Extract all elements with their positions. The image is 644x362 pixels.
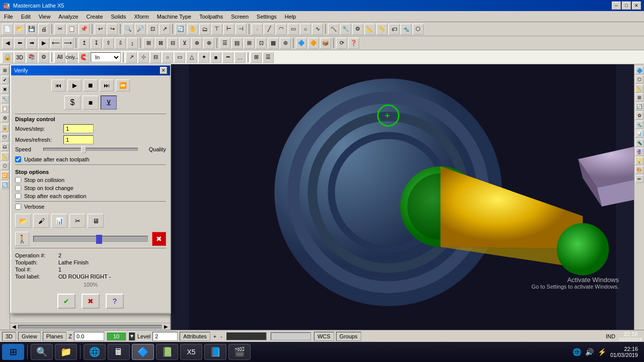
stop-after-op-checkbox[interactable] <box>15 193 21 199</box>
stop-collision-checkbox[interactable] <box>15 177 21 183</box>
menu-help[interactable]: Help <box>281 11 300 22</box>
op-btn-24[interactable]: 🔷 <box>296 38 307 49</box>
tool-btn-6[interactable]: 🏷 <box>388 24 399 35</box>
display-solid-icon[interactable]: ■ <box>83 96 99 110</box>
copy-button[interactable]: 📋 <box>66 24 77 35</box>
menu-file[interactable]: File <box>0 11 17 22</box>
op-btn-10[interactable]: ⇩ <box>115 38 126 49</box>
person-slider-thumb[interactable] <box>96 235 102 244</box>
3d-icon[interactable]: 3D <box>14 52 25 63</box>
status-planes[interactable]: Planes <box>43 332 67 341</box>
paste-button[interactable]: 📌 <box>78 24 90 35</box>
help-button[interactable]: ❓ <box>348 38 359 49</box>
op-btn-23[interactable]: ⊛ <box>280 38 291 49</box>
op-btn-4[interactable]: ▶ <box>38 38 49 49</box>
folder-action-icon[interactable]: 📂 <box>15 214 31 228</box>
sidebar-icon-13[interactable]: 🔃 <box>1 181 9 189</box>
rotate-button[interactable]: 🔄 <box>175 24 186 35</box>
person-slider[interactable] <box>33 236 148 242</box>
step-forward-button[interactable]: ⏭ <box>100 79 114 92</box>
op-btn-2[interactable]: ⬅ <box>14 38 25 49</box>
grid-snap-btn[interactable]: ⊟ <box>150 52 161 63</box>
tray-power-icon[interactable]: ⚡ <box>598 348 606 356</box>
fast-forward-button[interactable]: ⏩ <box>116 79 130 92</box>
tool-btn-3[interactable]: ⚙ <box>352 24 363 35</box>
tool-btn-1[interactable]: 🔨 <box>328 24 339 35</box>
redo-button[interactable]: ↪ <box>107 24 118 35</box>
fit-button[interactable]: ⊡ <box>147 24 158 35</box>
regen-all-button[interactable]: ⟳ <box>336 38 347 49</box>
rectangle-button[interactable]: ▭ <box>288 24 299 35</box>
sidebar-icon-12[interactable]: 🔁 <box>1 171 9 179</box>
menu-xform[interactable]: Xform <box>130 11 153 22</box>
cut-button[interactable]: ✂ <box>54 24 65 35</box>
op-btn-3[interactable]: ➡ <box>26 38 37 49</box>
taskbar-search[interactable]: 🔍 <box>31 344 53 360</box>
rs-icon-5[interactable]: 🔃 <box>635 103 643 111</box>
print-button[interactable]: 🖨 <box>38 24 49 35</box>
op-btn-12[interactable]: ⊞ <box>143 38 154 49</box>
view-side-button[interactable]: ⊣ <box>235 24 247 35</box>
stop-tool-change-checkbox[interactable] <box>15 185 21 191</box>
op-btn-17[interactable]: ⊗ <box>203 38 214 49</box>
circle-snap-btn[interactable]: ○ <box>162 52 173 63</box>
rewind-to-start-button[interactable]: ⏮ <box>51 79 65 92</box>
rs-icon-7[interactable]: 🔩 <box>635 121 643 129</box>
line-snap-btn[interactable]: ━ <box>222 52 233 63</box>
taskbar-app1[interactable]: X5 <box>180 344 202 360</box>
bottom-scroll[interactable]: ◀ ▶ <box>10 323 170 330</box>
sidebar-icon-11[interactable]: ⬡ <box>1 162 9 170</box>
stop-button[interactable]: ⏹ <box>84 79 98 92</box>
op-btn-11[interactable]: ↨ <box>127 38 138 49</box>
sidebar-icon-9[interactable]: 🗂 <box>1 143 9 151</box>
rect-snap-btn[interactable]: ▭ <box>174 52 185 63</box>
snap-btn[interactable]: ⊹ <box>138 52 149 63</box>
minimize-button[interactable]: ─ <box>612 2 621 10</box>
scroll-left-arrow[interactable]: ◀ <box>12 324 16 329</box>
rs-icon-2[interactable]: ⬡ <box>635 75 643 83</box>
ok-button[interactable]: ✔ <box>57 294 75 309</box>
view-front-button[interactable]: ⊢ <box>223 24 234 35</box>
op-btn-22[interactable]: ▦ <box>268 38 279 49</box>
scroll-right-arrow[interactable]: ▶ <box>164 324 168 329</box>
op-btn-21[interactable]: ⊡ <box>256 38 267 49</box>
rs-icon-6[interactable]: ⚙ <box>635 112 643 120</box>
menu-analyze[interactable]: Analyze <box>54 11 82 22</box>
menu-solids[interactable]: Solids <box>107 11 130 22</box>
help-button[interactable]: ? <box>106 294 124 309</box>
sidebar-icon-6[interactable]: ⚙ <box>1 114 9 122</box>
select-only-icon[interactable]: Only... <box>66 52 77 63</box>
start-button[interactable]: ⊞ <box>2 344 24 360</box>
rs-icon-4[interactable]: ⊞ <box>635 94 643 102</box>
sidebar-icon-4[interactable]: 🔧 <box>1 95 9 103</box>
rs-icon-10[interactable]: 🔮 <box>635 148 643 156</box>
zoom-in-button[interactable]: 🔍 <box>123 24 134 35</box>
op-btn-19[interactable]: ▤ <box>231 38 243 49</box>
menu-screen[interactable]: Screen <box>227 11 253 22</box>
menu-view[interactable]: View <box>35 11 55 22</box>
op-btn-8[interactable]: ↧ <box>91 38 102 49</box>
speed-slider[interactable] <box>43 148 138 151</box>
arc-button[interactable]: ◠ <box>276 24 287 35</box>
rs-icon-9[interactable]: 🔦 <box>635 139 643 147</box>
chart-action-icon[interactable]: 📊 <box>51 214 67 228</box>
stop-action-icon[interactable]: ✖ <box>152 232 166 246</box>
sq-snap-btn[interactable]: ■ <box>210 52 221 63</box>
op-btn-26[interactable]: 📦 <box>320 38 331 49</box>
update-checkbox[interactable] <box>15 156 21 162</box>
select-button[interactable]: ↗ <box>159 24 170 35</box>
list-btn[interactable]: ☰ <box>263 52 274 63</box>
menu-toolpaths[interactable]: Toolpaths <box>195 11 227 22</box>
cursor-btn[interactable]: ↗ <box>126 52 137 63</box>
brush-action-icon[interactable]: 🖌 <box>33 214 49 228</box>
save-button[interactable]: 💾 <box>26 24 37 35</box>
maximize-button[interactable]: □ <box>622 2 631 10</box>
sidebar-icon-5[interactable]: 📋 <box>1 105 9 113</box>
moves-refresh-input[interactable] <box>63 135 94 144</box>
more-snap-btn[interactable]: … <box>234 52 246 63</box>
select-all-icon[interactable]: All <box>54 52 65 63</box>
op-btn-5[interactable]: ⟵ <box>50 38 61 49</box>
scissors-action-icon[interactable]: ✂ <box>69 214 86 228</box>
line-button[interactable]: ╱ <box>264 24 275 35</box>
open-button[interactable]: 📂 <box>14 24 25 35</box>
